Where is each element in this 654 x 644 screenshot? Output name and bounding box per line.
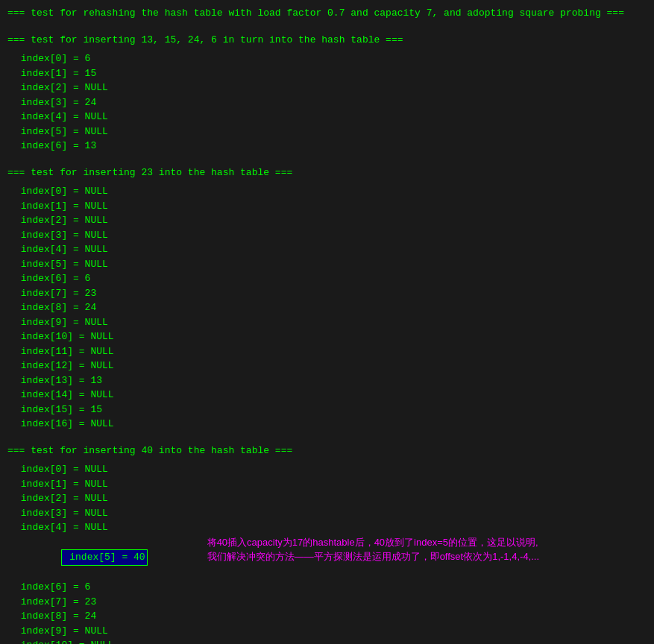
code-line: index[2] = NULL — [15, 80, 647, 95]
section-insert-40-header: === test for inserting 40 into the hash … — [7, 443, 647, 458]
code-line: index[3] = NULL — [15, 228, 647, 243]
annotation-line1: 将40插入capacity为17的hashtable后，40放到了index=5… — [207, 535, 539, 550]
section-rehash: === test for rehashing the hash table wi… — [7, 6, 647, 21]
code-line: index[0] = NULL — [15, 184, 647, 199]
section-insert-23-header: === test for inserting 23 into the hash … — [7, 165, 647, 180]
code-line: index[2] = NULL — [15, 213, 647, 228]
code-line: index[5] = NULL — [15, 124, 647, 139]
code-line: index[4] = NULL — [15, 110, 647, 124]
code-line: index[9] = NULL — [15, 624, 647, 639]
highlight-box: index[5] = 40 — [61, 549, 147, 566]
code-line: index[10] = NULL — [15, 329, 647, 344]
section-insert-40: === test for inserting 40 into the hash … — [7, 443, 647, 645]
code-line: index[15] = 15 — [15, 402, 647, 417]
code-line: index[7] = 23 — [15, 595, 647, 610]
section-insert-four: === test for inserting 13, 15, 24, 6 in … — [7, 33, 647, 154]
code-line: index[7] = 23 — [15, 286, 647, 301]
code-line: index[6] = 6 — [15, 271, 647, 286]
code-line: index[0] = NULL — [15, 462, 647, 477]
code-line: index[3] = 24 — [15, 95, 647, 110]
code-line: index[1] = NULL — [15, 199, 647, 214]
code-line: index[1] = NULL — [15, 477, 647, 492]
code-line: index[6] = 6 — [15, 580, 647, 595]
code-line: index[1] = 15 — [15, 66, 647, 81]
code-line: index[10] = NULL — [15, 638, 647, 644]
code-line: index[14] = NULL — [15, 388, 647, 402]
code-line: index[9] = NULL — [15, 315, 647, 330]
highlighted-index5-line: index[5] = 40 — [15, 535, 148, 581]
insert-four-lines: index[0] = 6 index[1] = 15 index[2] = NU… — [15, 51, 647, 154]
code-line: index[12] = NULL — [15, 359, 647, 373]
section-rehash-header: === test for rehashing the hash table wi… — [7, 6, 647, 21]
code-line: index[8] = 24 — [15, 609, 647, 624]
code-line: index[6] = 13 — [15, 139, 647, 154]
code-line: index[5] = NULL — [15, 257, 647, 272]
insert-40-lines: index[0] = NULL index[1] = NULL index[2]… — [15, 462, 647, 644]
code-line: index[13] = 13 — [15, 373, 647, 388]
code-line: index[0] = 6 — [15, 51, 647, 66]
code-line: index[2] = NULL — [15, 491, 647, 506]
section-insert-23: === test for inserting 23 into the hash … — [7, 165, 647, 432]
code-line: index[3] = NULL — [15, 506, 647, 521]
section-insert-four-header: === test for inserting 13, 15, 24, 6 in … — [7, 33, 647, 48]
code-line: index[4] = NULL — [15, 520, 647, 535]
code-line: index[4] = NULL — [15, 242, 647, 257]
code-line: index[11] = NULL — [15, 344, 647, 359]
insert-23-lines: index[0] = NULL index[1] = NULL index[2]… — [15, 184, 647, 432]
code-line: index[16] = NULL — [15, 417, 647, 432]
annotation-line2: 我们解决冲突的方法——平方探测法是运用成功了，即offset依次为1,-1,4,… — [207, 549, 539, 564]
code-line: index[8] = 24 — [15, 300, 647, 315]
